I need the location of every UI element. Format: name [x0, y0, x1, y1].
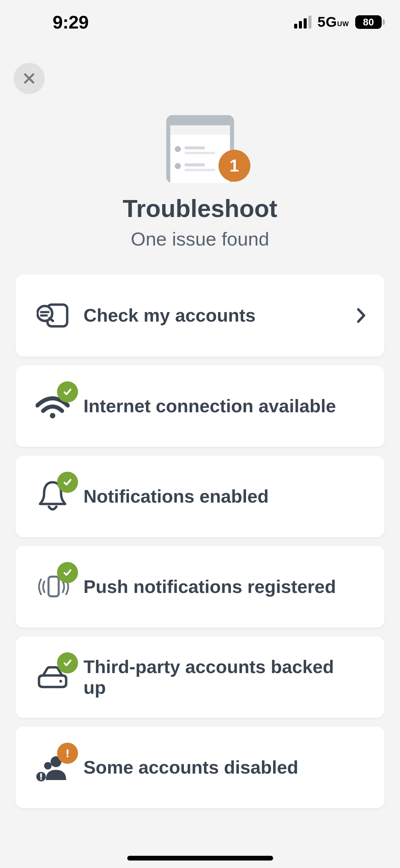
network-subtype-label: UW — [337, 20, 349, 28]
status-bar: 9:29 5GUW 80 — [0, 0, 400, 44]
item-label: Push notifications registered — [83, 576, 366, 597]
troubleshoot-list: Check my accounts Internet connection av… — [0, 250, 400, 808]
page-subtitle: One issue found — [0, 228, 400, 250]
hero-illustration: 1 — [159, 115, 241, 184]
svg-rect-5 — [185, 152, 215, 154]
wifi-icon — [31, 387, 75, 425]
item-check-accounts[interactable]: Check my accounts — [16, 274, 384, 357]
chevron-right-icon — [357, 308, 366, 323]
item-accounts-disabled[interactable]: Some accounts disabled — [16, 727, 384, 808]
page-title: Troubleshoot — [0, 195, 400, 222]
status-ok-icon — [57, 562, 78, 583]
svg-point-6 — [175, 163, 181, 169]
svg-point-21 — [40, 778, 42, 780]
hero: 1 Troubleshoot One issue found — [0, 115, 400, 250]
svg-point-23 — [66, 755, 69, 757]
svg-rect-8 — [185, 169, 215, 171]
close-button[interactable] — [14, 63, 45, 94]
close-icon — [22, 72, 36, 85]
status-ok-icon — [57, 652, 78, 673]
svg-rect-4 — [185, 146, 205, 149]
status-ok-icon — [57, 472, 78, 493]
drive-icon — [31, 658, 75, 696]
push-icon — [31, 568, 75, 605]
signal-icon — [294, 16, 311, 29]
status-indicators: 5GUW 80 — [294, 14, 385, 30]
status-warn-icon — [57, 743, 78, 764]
svg-rect-7 — [185, 163, 205, 166]
item-notifications[interactable]: Notifications enabled — [16, 456, 384, 537]
item-backup[interactable]: Third-party accounts backed up — [16, 636, 384, 718]
bell-icon — [31, 478, 75, 515]
people-icon — [31, 749, 75, 786]
svg-point-14 — [50, 413, 55, 418]
network-type-label: 5G — [318, 14, 337, 30]
item-label: Third-party accounts backed up — [83, 656, 366, 698]
home-indicator[interactable] — [127, 856, 273, 861]
item-label: Check my accounts — [83, 305, 357, 326]
status-time: 9:29 — [15, 12, 89, 33]
svg-line-13 — [50, 318, 53, 321]
network-type: 5GUW — [318, 14, 349, 30]
battery-icon: 80 — [355, 15, 385, 29]
issue-count-badge: 1 — [218, 150, 250, 182]
status-ok-icon — [57, 381, 78, 402]
svg-rect-15 — [49, 577, 59, 596]
item-push[interactable]: Push notifications registered — [16, 546, 384, 628]
svg-point-3 — [175, 146, 181, 152]
item-label: Some accounts disabled — [83, 757, 366, 778]
item-internet[interactable]: Internet connection available — [16, 365, 384, 447]
item-label: Notifications enabled — [83, 486, 366, 507]
svg-point-16 — [59, 680, 62, 683]
svg-point-18 — [44, 762, 52, 770]
item-label: Internet connection available — [83, 396, 366, 416]
battery-level: 80 — [355, 15, 382, 29]
accounts-icon — [31, 297, 75, 334]
